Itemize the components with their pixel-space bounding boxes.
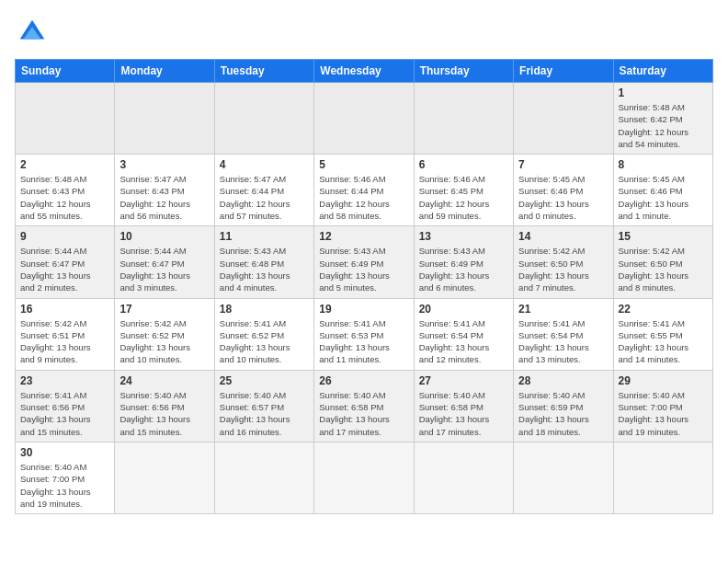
- day-number: 17: [119, 303, 209, 316]
- day-number: 4: [220, 158, 309, 171]
- calendar-cell: [16, 83, 115, 155]
- calendar-week-row: 16Sunrise: 5:42 AM Sunset: 6:51 PM Dayli…: [16, 298, 713, 370]
- calendar-cell: 7Sunrise: 5:45 AM Sunset: 6:46 PM Daylig…: [514, 155, 613, 226]
- weekday-header: Tuesday: [214, 60, 313, 83]
- day-info: Sunrise: 5:45 AM Sunset: 6:46 PM Dayligh…: [619, 173, 708, 222]
- day-info: Sunrise: 5:44 AM Sunset: 6:47 PM Dayligh…: [119, 245, 209, 293]
- day-number: 30: [20, 446, 109, 459]
- day-info: Sunrise: 5:42 AM Sunset: 6:52 PM Dayligh…: [119, 317, 209, 366]
- day-info: Sunrise: 5:41 AM Sunset: 6:54 PM Dayligh…: [419, 317, 508, 366]
- day-info: Sunrise: 5:41 AM Sunset: 6:52 PM Dayligh…: [220, 317, 309, 366]
- calendar-cell: [314, 83, 414, 155]
- day-number: 25: [220, 374, 309, 387]
- weekday-header: Monday: [115, 60, 214, 83]
- day-number: 12: [319, 230, 408, 243]
- day-number: 9: [20, 230, 109, 243]
- day-info: Sunrise: 5:46 AM Sunset: 6:45 PM Dayligh…: [419, 173, 508, 222]
- day-info: Sunrise: 5:44 AM Sunset: 6:47 PM Dayligh…: [20, 245, 109, 293]
- calendar-cell: 8Sunrise: 5:45 AM Sunset: 6:46 PM Daylig…: [613, 155, 712, 226]
- day-number: 2: [20, 158, 109, 171]
- weekday-header: Sunday: [16, 60, 115, 83]
- calendar: SundayMondayTuesdayWednesdayThursdayFrid…: [15, 59, 713, 514]
- day-info: Sunrise: 5:42 AM Sunset: 6:50 PM Dayligh…: [619, 245, 708, 293]
- day-number: 19: [319, 303, 408, 316]
- day-number: 10: [119, 230, 209, 243]
- day-info: Sunrise: 5:43 AM Sunset: 6:49 PM Dayligh…: [319, 245, 408, 293]
- weekday-header: Saturday: [613, 60, 712, 83]
- calendar-cell: 21Sunrise: 5:41 AM Sunset: 6:54 PM Dayli…: [514, 298, 613, 370]
- calendar-cell: [115, 83, 214, 155]
- calendar-cell: 28Sunrise: 5:40 AM Sunset: 6:59 PM Dayli…: [514, 370, 613, 442]
- weekday-header: Wednesday: [314, 60, 414, 83]
- day-info: Sunrise: 5:41 AM Sunset: 6:54 PM Dayligh…: [518, 317, 608, 366]
- day-info: Sunrise: 5:40 AM Sunset: 6:59 PM Dayligh…: [518, 389, 608, 438]
- day-number: 27: [419, 374, 508, 387]
- day-number: 29: [619, 374, 708, 387]
- calendar-cell: [414, 83, 513, 155]
- calendar-cell: 14Sunrise: 5:42 AM Sunset: 6:50 PM Dayli…: [514, 226, 613, 298]
- day-info: Sunrise: 5:40 AM Sunset: 7:00 PM Dayligh…: [619, 389, 708, 438]
- day-number: 28: [518, 374, 608, 387]
- day-number: 24: [119, 374, 209, 387]
- calendar-cell: 2Sunrise: 5:48 AM Sunset: 6:43 PM Daylig…: [16, 155, 115, 226]
- calendar-cell: 18Sunrise: 5:41 AM Sunset: 6:52 PM Dayli…: [214, 298, 313, 370]
- calendar-cell: 24Sunrise: 5:40 AM Sunset: 6:56 PM Dayli…: [115, 370, 214, 442]
- day-number: 20: [419, 303, 508, 316]
- page: SundayMondayTuesdayWednesdayThursdayFrid…: [0, 0, 728, 523]
- day-info: Sunrise: 5:41 AM Sunset: 6:56 PM Dayligh…: [20, 389, 109, 438]
- logo-icon: [15, 15, 50, 50]
- day-info: Sunrise: 5:45 AM Sunset: 6:46 PM Dayligh…: [518, 173, 608, 222]
- day-number: 16: [20, 303, 109, 316]
- day-info: Sunrise: 5:40 AM Sunset: 6:57 PM Dayligh…: [220, 389, 309, 438]
- calendar-cell: 17Sunrise: 5:42 AM Sunset: 6:52 PM Dayli…: [115, 298, 214, 370]
- day-info: Sunrise: 5:47 AM Sunset: 6:43 PM Dayligh…: [119, 173, 209, 222]
- day-number: 6: [419, 158, 508, 171]
- day-info: Sunrise: 5:40 AM Sunset: 6:56 PM Dayligh…: [119, 389, 209, 438]
- calendar-cell: [514, 83, 613, 155]
- calendar-cell: [414, 442, 513, 513]
- calendar-cell: [613, 442, 712, 513]
- calendar-cell: 13Sunrise: 5:43 AM Sunset: 6:49 PM Dayli…: [414, 226, 513, 298]
- day-info: Sunrise: 5:42 AM Sunset: 6:51 PM Dayligh…: [20, 317, 109, 366]
- calendar-cell: [214, 442, 313, 513]
- day-number: 8: [619, 158, 708, 171]
- calendar-cell: 30Sunrise: 5:40 AM Sunset: 7:00 PM Dayli…: [16, 442, 115, 513]
- calendar-cell: 25Sunrise: 5:40 AM Sunset: 6:57 PM Dayli…: [214, 370, 313, 442]
- day-info: Sunrise: 5:48 AM Sunset: 6:43 PM Dayligh…: [20, 173, 109, 222]
- logo: [15, 15, 53, 50]
- calendar-cell: 16Sunrise: 5:42 AM Sunset: 6:51 PM Dayli…: [16, 298, 115, 370]
- calendar-cell: 1Sunrise: 5:48 AM Sunset: 6:42 PM Daylig…: [613, 83, 712, 155]
- day-number: 3: [119, 158, 209, 171]
- day-number: 23: [20, 374, 109, 387]
- day-number: 15: [619, 230, 708, 243]
- day-number: 5: [319, 158, 408, 171]
- calendar-cell: 11Sunrise: 5:43 AM Sunset: 6:48 PM Dayli…: [214, 226, 313, 298]
- day-info: Sunrise: 5:41 AM Sunset: 6:55 PM Dayligh…: [619, 317, 708, 366]
- calendar-cell: 20Sunrise: 5:41 AM Sunset: 6:54 PM Dayli…: [414, 298, 513, 370]
- day-info: Sunrise: 5:48 AM Sunset: 6:42 PM Dayligh…: [619, 101, 708, 150]
- day-number: 7: [518, 158, 608, 171]
- calendar-header-row: SundayMondayTuesdayWednesdayThursdayFrid…: [16, 60, 713, 83]
- day-number: 1: [619, 86, 708, 99]
- weekday-header: Friday: [514, 60, 613, 83]
- calendar-cell: 23Sunrise: 5:41 AM Sunset: 6:56 PM Dayli…: [16, 370, 115, 442]
- day-number: 13: [419, 230, 508, 243]
- calendar-cell: 9Sunrise: 5:44 AM Sunset: 6:47 PM Daylig…: [16, 226, 115, 298]
- day-number: 21: [518, 303, 608, 316]
- calendar-cell: [115, 442, 214, 513]
- day-info: Sunrise: 5:46 AM Sunset: 6:44 PM Dayligh…: [319, 173, 408, 222]
- calendar-week-row: 1Sunrise: 5:48 AM Sunset: 6:42 PM Daylig…: [16, 83, 713, 155]
- header: [15, 15, 713, 50]
- day-info: Sunrise: 5:40 AM Sunset: 6:58 PM Dayligh…: [319, 389, 408, 438]
- day-info: Sunrise: 5:43 AM Sunset: 6:48 PM Dayligh…: [220, 245, 309, 293]
- calendar-cell: 6Sunrise: 5:46 AM Sunset: 6:45 PM Daylig…: [414, 155, 513, 226]
- calendar-cell: 4Sunrise: 5:47 AM Sunset: 6:44 PM Daylig…: [214, 155, 313, 226]
- day-info: Sunrise: 5:40 AM Sunset: 6:58 PM Dayligh…: [419, 389, 508, 438]
- day-info: Sunrise: 5:47 AM Sunset: 6:44 PM Dayligh…: [220, 173, 309, 222]
- calendar-cell: 3Sunrise: 5:47 AM Sunset: 6:43 PM Daylig…: [115, 155, 214, 226]
- calendar-cell: [214, 83, 313, 155]
- day-number: 26: [319, 374, 408, 387]
- calendar-cell: 22Sunrise: 5:41 AM Sunset: 6:55 PM Dayli…: [613, 298, 712, 370]
- calendar-cell: 26Sunrise: 5:40 AM Sunset: 6:58 PM Dayli…: [314, 370, 414, 442]
- day-info: Sunrise: 5:42 AM Sunset: 6:50 PM Dayligh…: [518, 245, 608, 293]
